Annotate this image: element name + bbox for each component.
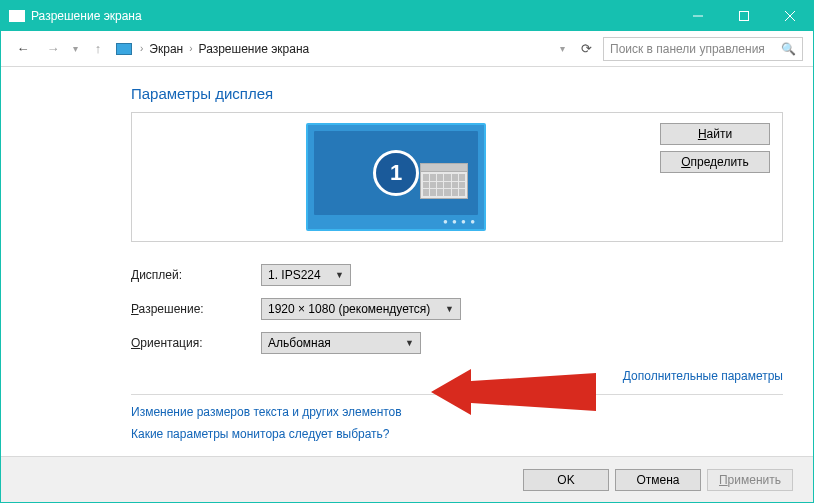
- breadcrumb-seg-1[interactable]: Экран: [145, 42, 187, 56]
- window-title: Разрешение экрана: [31, 9, 142, 23]
- resolution-label: Разрешение:: [131, 302, 261, 316]
- maximize-button[interactable]: [721, 1, 767, 31]
- search-icon: 🔍: [781, 42, 796, 56]
- address-bar[interactable]: › Экран › Разрешение экрана: [116, 37, 552, 61]
- text-size-link[interactable]: Изменение размеров текста и других элеме…: [131, 405, 783, 419]
- monitor-preview-frame: 1 ● ● ● ● Найти Определить: [131, 112, 783, 242]
- monitor-number-badge: 1: [373, 150, 419, 196]
- apply-button: Применить: [707, 469, 793, 491]
- app-icon: [9, 10, 25, 22]
- resolution-select[interactable]: 1920 × 1080 (рекомендуется)▼: [261, 298, 461, 320]
- ok-button[interactable]: OK: [523, 469, 609, 491]
- detect-button[interactable]: Определить: [660, 151, 770, 173]
- advanced-settings-link[interactable]: Дополнительные параметры: [623, 369, 783, 383]
- title-bar: Разрешение экрана: [1, 1, 813, 31]
- chevron-down-icon: ▼: [405, 338, 414, 348]
- refresh-button[interactable]: ⟳: [575, 38, 597, 60]
- search-input[interactable]: Поиск в панели управления 🔍: [603, 37, 803, 61]
- orientation-label: Ориентация:: [131, 336, 261, 350]
- monitor-1[interactable]: 1 ● ● ● ●: [306, 123, 486, 231]
- forward-button[interactable]: →: [41, 37, 65, 61]
- back-button[interactable]: ←: [11, 37, 35, 61]
- close-button[interactable]: [767, 1, 813, 31]
- monitor-preview[interactable]: 1 ● ● ● ●: [144, 123, 648, 231]
- chevron-down-icon: ▼: [335, 270, 344, 280]
- footer-bar: OK Отмена Применить: [1, 456, 813, 502]
- cancel-button[interactable]: Отмена: [615, 469, 701, 491]
- breadcrumb-seg-2[interactable]: Разрешение экрана: [195, 42, 314, 56]
- svg-rect-1: [740, 12, 749, 21]
- minimize-button[interactable]: [675, 1, 721, 31]
- monitor-icon: [116, 43, 132, 55]
- search-placeholder: Поиск в панели управления: [610, 42, 765, 56]
- monitor-window-icon: [420, 163, 468, 199]
- up-button[interactable]: ↑: [86, 37, 110, 61]
- display-select[interactable]: 1. IPS224▼: [261, 264, 351, 286]
- display-label: Дисплей:: [131, 268, 261, 282]
- history-dropdown[interactable]: ▾: [73, 43, 78, 54]
- help-link[interactable]: Какие параметры монитора следует выбрать…: [131, 427, 783, 441]
- find-button[interactable]: Найти: [660, 123, 770, 145]
- nav-bar: ← → ▾ ↑ › Экран › Разрешение экрана ▾ ⟳ …: [1, 31, 813, 67]
- chevron-down-icon: ▼: [445, 304, 454, 314]
- page-title: Параметры дисплея: [131, 85, 783, 102]
- orientation-select[interactable]: Альбомная▼: [261, 332, 421, 354]
- content-area: Параметры дисплея 1 ● ● ● ● Найти Опреде…: [1, 67, 813, 456]
- address-dropdown[interactable]: ▾: [560, 43, 565, 54]
